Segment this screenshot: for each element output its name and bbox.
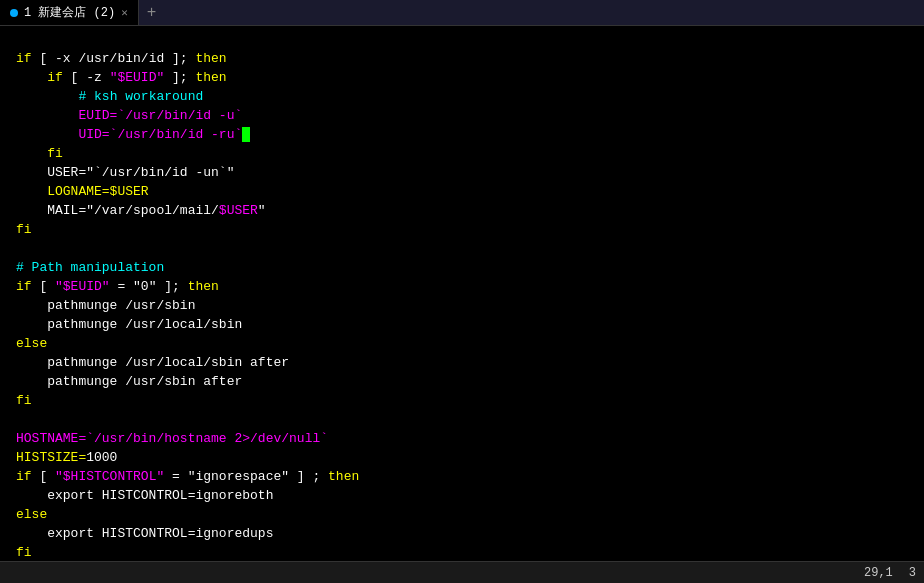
code-token: EUID=`/usr/bin/id -u` (16, 106, 242, 125)
tab-bar: 1 新建会店 (2) ✕ + (0, 0, 924, 26)
code-token: if (16, 49, 32, 68)
code-token: fi (16, 144, 63, 163)
code-line: pathmunge /usr/local/sbin (16, 315, 924, 334)
gutter (0, 26, 8, 561)
text-cursor (242, 127, 250, 142)
cursor-position: 29,1 (864, 566, 893, 580)
code-token: $USER (219, 201, 258, 220)
code-token: = "0" ]; (110, 277, 188, 296)
code-token: "$EUID" (55, 277, 110, 296)
editor-container: if [ -x /usr/bin/id ]; then if [ -z "$EU… (0, 26, 924, 561)
code-line: export HISTCONTROL=ignoreboth (16, 486, 924, 505)
code-token: export HISTCONTROL=ignoredups (16, 524, 273, 543)
code-line: HISTSIZE=1000 (16, 448, 924, 467)
code-token: MAIL="/var/spool/mail/ (16, 201, 219, 220)
code-token: UID=`/usr/bin/id -ru` (16, 125, 242, 144)
code-token: else (16, 505, 47, 524)
tab-dot (10, 9, 18, 17)
code-line: EUID=`/usr/bin/id -u` (16, 106, 924, 125)
code-token: # ksh workaround (78, 87, 203, 106)
code-line: fi (16, 220, 924, 239)
code-token: HISTSIZE= (16, 448, 86, 467)
code-token: else (16, 334, 47, 353)
code-token: fi (16, 391, 32, 410)
code-token (16, 87, 78, 106)
code-token: then (188, 277, 219, 296)
code-token: [ (32, 277, 55, 296)
code-line: # ksh workaround (16, 87, 924, 106)
code-line: if [ "$EUID" = "0" ]; then (16, 277, 924, 296)
code-line: USER="`/usr/bin/id -un`" (16, 163, 924, 182)
code-token: 1000 (86, 448, 117, 467)
code-token: "$EUID" (110, 68, 165, 87)
code-line: else (16, 334, 924, 353)
code-line (16, 239, 924, 258)
code-line: if [ -x /usr/bin/id ]; then (16, 49, 924, 68)
code-line: pathmunge /usr/sbin after (16, 372, 924, 391)
tab-close-button[interactable]: ✕ (121, 6, 128, 19)
code-token: pathmunge /usr/local/sbin after (16, 353, 289, 372)
tab-label: 1 新建会店 (2) (24, 4, 115, 21)
code-token: pathmunge /usr/sbin (16, 296, 195, 315)
code-token: export HISTCONTROL=ignoreboth (16, 486, 273, 505)
code-area[interactable]: if [ -x /usr/bin/id ]; then if [ -z "$EU… (8, 26, 924, 561)
code-token: pathmunge /usr/sbin after (16, 372, 242, 391)
code-token: if (16, 68, 63, 87)
code-line (16, 30, 924, 49)
status-extra: 3 (909, 566, 916, 580)
code-line: fi (16, 543, 924, 561)
code-token: then (195, 49, 226, 68)
code-line (16, 410, 924, 429)
code-token: fi (16, 220, 32, 239)
code-token: [ -z (63, 68, 110, 87)
code-token: # Path manipulation (16, 258, 164, 277)
code-token: " (258, 201, 266, 220)
code-token: then (195, 68, 226, 87)
code-token: USER="`/usr/bin/id -un`" (16, 163, 234, 182)
code-line: HOSTNAME=`/usr/bin/hostname 2>/dev/null` (16, 429, 924, 448)
code-token: if (16, 277, 32, 296)
code-token: HOSTNAME=`/usr/bin/hostname 2>/dev/null` (16, 429, 328, 448)
code-line: MAIL="/var/spool/mail/$USER" (16, 201, 924, 220)
code-line: pathmunge /usr/sbin (16, 296, 924, 315)
code-token: then (328, 467, 359, 486)
status-bar: 29,1 3 (0, 561, 924, 583)
code-token: fi (16, 543, 32, 561)
code-line: # Path manipulation (16, 258, 924, 277)
code-line: LOGNAME=$USER (16, 182, 924, 201)
code-line: UID=`/usr/bin/id -ru` (16, 125, 924, 144)
code-line: else (16, 505, 924, 524)
tab-add-button[interactable]: + (139, 4, 165, 22)
code-token: [ -x /usr/bin/id ]; (32, 49, 196, 68)
code-line: export HISTCONTROL=ignoredups (16, 524, 924, 543)
code-token: if (16, 467, 32, 486)
code-line: fi (16, 391, 924, 410)
code-token: ]; (164, 68, 195, 87)
code-line: if [ "$HISTCONTROL" = "ignorespace" ] ; … (16, 467, 924, 486)
code-token: pathmunge /usr/local/sbin (16, 315, 242, 334)
code-line: pathmunge /usr/local/sbin after (16, 353, 924, 372)
code-token: LOGNAME=$USER (16, 182, 149, 201)
code-line: fi (16, 144, 924, 163)
code-token: "$HISTCONTROL" (55, 467, 164, 486)
code-line: if [ -z "$EUID" ]; then (16, 68, 924, 87)
tab-active[interactable]: 1 新建会店 (2) ✕ (0, 0, 139, 25)
code-token: [ (32, 467, 55, 486)
code-token: = "ignorespace" ] ; (164, 467, 328, 486)
